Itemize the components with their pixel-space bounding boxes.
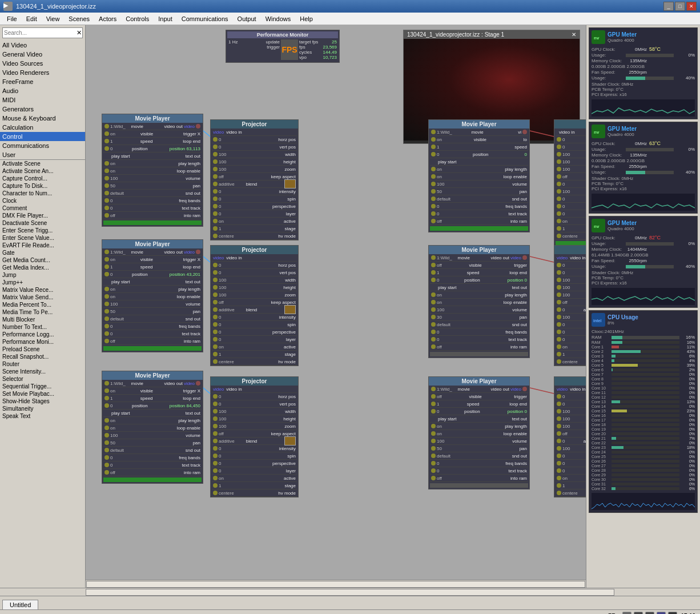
perf-cycles-label: cycles (299, 50, 312, 55)
stage-close-icon[interactable]: ✕ (572, 31, 576, 38)
script-multi-blocker[interactable]: Multi Blocker (0, 316, 85, 323)
script-matrix-value-send[interactable]: Matrix Value Send... (0, 294, 85, 301)
perf-vpo-label: vpo (299, 55, 307, 60)
sidebar-general-video[interactable]: General Video (0, 50, 85, 59)
script-clock[interactable]: Clock (0, 197, 85, 204)
tab-untitled[interactable]: Untitled (2, 600, 38, 609)
movie-player-4[interactable]: Movie Player 1:Wild_movievideo outvideo … (428, 245, 530, 358)
svg-rect-14 (623, 612, 631, 615)
sidebar-freeframe[interactable]: FreeFrame (0, 77, 85, 86)
script-preload-scene[interactable]: Preload Scene (0, 346, 85, 353)
gpu2-title-group: GPU Meter Quadro 4000 (608, 126, 637, 137)
script-performance-logg[interactable]: Performance Logg... (0, 331, 85, 338)
movie-player-6[interactable]: Movie Player 1:Wild_movievideo outvideo … (428, 376, 530, 489)
sidebar-calculation[interactable]: Calculation (0, 123, 85, 132)
gpu1-fan-pct-label: Usage: (592, 75, 626, 81)
minimize-button[interactable]: _ (663, 2, 674, 11)
main-h-scrollbar[interactable] (86, 589, 614, 596)
script-selector[interactable]: Selector (0, 375, 85, 383)
script-capture-to-disk[interactable]: Capture To Disk... (0, 182, 85, 190)
sidebar-script-list: Activate Scene Activate Scene An... Capt… (0, 159, 85, 588)
script-performance-moni[interactable]: Performance Moni... (0, 338, 85, 346)
script-activate-scene-an[interactable]: Activate Scene An... (0, 167, 85, 175)
script-set-movie-playb[interactable]: Set Movie Playbac... (0, 390, 85, 398)
script-sequential-trigg[interactable]: Sequential Trigge... (0, 383, 85, 390)
gpu2-icon: nv (592, 125, 605, 138)
script-router[interactable]: Router (0, 360, 85, 368)
canvas-area[interactable]: 130424_1_videoprojector.izz : Stage 1 ✕ … (86, 25, 586, 588)
script-gate[interactable]: Gate (0, 249, 85, 256)
menu-help[interactable]: Help (295, 14, 317, 23)
menu-communications[interactable]: Communications (177, 14, 233, 23)
menu-input[interactable]: Input (154, 14, 176, 23)
gpu1-mem-row: Memory Clock: 135MHz (592, 58, 695, 63)
movie-player-1[interactable]: Movie Player 1:Wild_movievideo outvideo … (102, 114, 203, 227)
h-scrollbar[interactable] (86, 581, 585, 588)
projector-3[interactable]: Projector videovideo in 0horz pos 0vert … (210, 245, 299, 366)
menu-edit[interactable]: Edit (22, 14, 42, 23)
mp6-header: Movie Player (429, 377, 529, 386)
sidebar-control[interactable]: Control (0, 132, 85, 141)
script-media-percent[interactable]: Media Percent To... (0, 301, 85, 308)
menu-output[interactable]: Output (233, 14, 261, 23)
script-deactivate-scene[interactable]: Deactivate Scene (0, 219, 85, 227)
script-media-time[interactable]: Media Time To Pe... (0, 308, 85, 316)
projector-6[interactable]: Projector videovideo in 0horz pos 0vert … (554, 376, 586, 497)
script-jump[interactable]: Jump (0, 271, 85, 279)
script-jump-plus[interactable]: Jump++ (0, 279, 85, 286)
close-button[interactable]: ✕ (686, 2, 697, 11)
script-recall-snapshot[interactable]: Recall Snapshot... (0, 353, 85, 360)
sidebar-video-renderers[interactable]: Video Renderers (0, 68, 85, 77)
projector-4[interactable]: Projector videovideo in 0horz pos 0vert … (554, 245, 586, 366)
sidebar-generators[interactable]: Generators (0, 105, 85, 114)
script-number-to-text[interactable]: Number To Text... (0, 323, 85, 331)
script-evart-file-reader[interactable]: EvART File Reade... (0, 242, 85, 249)
maximize-button[interactable]: □ (675, 2, 685, 11)
cpu-core-18: Core 17 0% (592, 418, 695, 422)
script-enter-scene-value[interactable]: Enter Scene Value... (0, 234, 85, 242)
sidebar-video-sources[interactable]: Video Sources (0, 59, 85, 68)
menu-actors[interactable]: Actors (94, 14, 121, 23)
script-enter-scene-trigg[interactable]: Enter Scene Trigg... (0, 227, 85, 234)
movie-player-3[interactable]: Movie Player 1:Wild_movievideo outvideo … (102, 239, 203, 352)
menu-view[interactable]: View (42, 14, 65, 23)
sidebar-communications[interactable]: Communications (0, 141, 85, 150)
script-dmx-file-player[interactable]: DMX File Player... (0, 212, 85, 219)
sidebar-search[interactable]: ✕ (2, 27, 83, 38)
script-simultaneity[interactable]: Simultaneity (0, 405, 85, 412)
script-matrix-value-rece[interactable]: Matrix Value Rece... (0, 286, 85, 294)
menubar: File Edit View Scenes Actors Controls In… (0, 13, 700, 25)
cpu-core-10: Core 9 0% (592, 382, 695, 386)
gpu3-icon: nv (592, 219, 605, 232)
script-get-media-count[interactable]: Get Media Count... (0, 256, 85, 264)
projector-1[interactable]: Projector videovideo in 0horz pos 0vert … (210, 119, 299, 240)
script-scene-intensity[interactable]: Scene Intensity... (0, 368, 85, 375)
perf-fps-display: FPS (281, 45, 297, 54)
menu-windows[interactable]: Windows (261, 14, 296, 23)
script-comment[interactable]: Comment (0, 204, 85, 212)
projector-5[interactable]: Projector videovideo in 0horz pos 0vert … (210, 376, 299, 497)
search-input[interactable] (4, 30, 77, 36)
menu-file[interactable]: File (2, 14, 22, 23)
sidebar-midi[interactable]: MIDI (0, 95, 85, 105)
statusbar: FR K R T V ♪ 17:10 (0, 609, 700, 614)
movie-player-5[interactable]: Movie Player 1:Wild_movievideo outvideo … (102, 371, 203, 484)
script-speak-text[interactable]: Speak Text (0, 412, 85, 420)
sidebar-mouse-keyboard[interactable]: Mouse & Keyboard (0, 114, 85, 123)
movie-player-2[interactable]: Movie Player 1:Wild_movievi onvisiblelo … (428, 119, 530, 232)
script-capture-control[interactable]: Capture Control... (0, 175, 85, 182)
menu-controls[interactable]: Controls (121, 14, 154, 23)
cpu-core-13: Core 12 0% (592, 395, 695, 399)
script-show-hide-stages[interactable]: Show-Hide Stages (0, 398, 85, 405)
script-character-to-num[interactable]: Character to Num... (0, 190, 85, 197)
mp2-header: Movie Player (429, 120, 529, 129)
projector-2[interactable]: Projector video in 0horz pos 0vert pos 1… (554, 119, 586, 247)
sidebar-all-video[interactable]: All Video (0, 41, 85, 50)
script-activate-scene[interactable]: Activate Scene (0, 160, 85, 167)
menu-scenes[interactable]: Scenes (64, 14, 94, 23)
cpu-core-27: Core 26 0% (592, 459, 695, 463)
sidebar-user[interactable]: User (0, 150, 85, 159)
sidebar-audio[interactable]: Audio (0, 86, 85, 95)
script-get-media-index[interactable]: Get Media Index... (0, 264, 85, 271)
mp4-footer (430, 352, 528, 356)
